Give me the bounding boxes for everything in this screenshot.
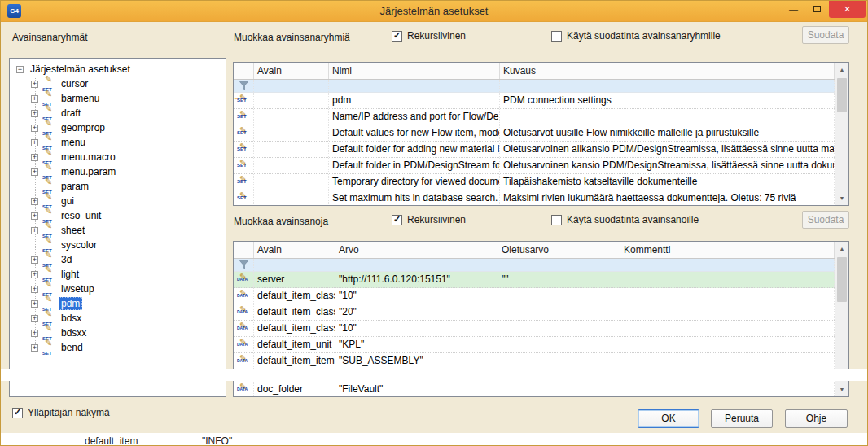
use-filter-keywords-checkbox[interactable]: Käytä suodatinta avainsanoille	[551, 214, 699, 225]
tree-expand-toggle-icon[interactable]: +	[31, 110, 38, 117]
maximize-button[interactable]	[805, 1, 829, 18]
tree-expand-toggle-icon[interactable]: +	[31, 198, 38, 205]
tree-item[interactable]: + ✎ SET pdm	[10, 296, 226, 311]
scroll-down-icon[interactable]: ▼	[835, 191, 848, 205]
group-table-row[interactable]: ← ✎ SET Name/IP address and port for Flo…	[234, 109, 835, 125]
keyword-table-row[interactable]: ✎ DATA doc_folder "FileVault"	[234, 382, 835, 397]
tree-expand-toggle-icon[interactable]: −	[16, 66, 24, 73]
cancel-button[interactable]: Peruuta	[711, 409, 773, 428]
tree-expand-toggle-icon[interactable]: +	[31, 168, 38, 176]
tree-item-label[interactable]: gui	[59, 195, 77, 208]
scroll-down-icon[interactable]: ▼	[835, 383, 848, 396]
group-table-row[interactable]: ← ✎ SET Default values for new Flow item…	[234, 125, 835, 142]
titlebar[interactable]: G4 Järjestelmän asetukset — ✕	[1, 1, 867, 22]
tree-item[interactable]: ✎ SET syscolor	[10, 238, 226, 252]
group-table-row[interactable]: ← ✎ SET pdm PDM connection settings	[234, 93, 835, 109]
tree-item[interactable]: ✎ SET param	[10, 179, 226, 194]
tree-item[interactable]: + ✎ SET lwsetup	[10, 282, 226, 296]
tree-item-label[interactable]: reso_unit	[59, 209, 103, 222]
admin-view-checkbox[interactable]: Ylläpitäjän näkymä	[12, 407, 110, 418]
group-table-row[interactable]: ← ✎ SET Default folder for adding new ma…	[234, 142, 835, 158]
tree-item[interactable]: + ✎ SET gui	[10, 194, 226, 208]
tree-expand-toggle-icon[interactable]: +	[31, 95, 38, 103]
tree-expand-toggle-icon[interactable]: +	[31, 300, 38, 308]
tree-item[interactable]: + ✎ SET geomprop	[10, 120, 226, 135]
tree-expand-toggle-icon[interactable]: +	[31, 125, 38, 132]
tree-item[interactable]: + ✎ SET bdsxx	[10, 326, 226, 340]
minimize-button[interactable]: —	[782, 1, 805, 18]
tree-expand-toggle-icon[interactable]: +	[31, 227, 38, 234]
tree-item-label[interactable]: pdm	[59, 297, 82, 310]
group-table-row[interactable]: ← ✎ SET Default folder in PDM/DesignStre…	[234, 158, 835, 174]
tree-item[interactable]: + ✎ SET bdsx	[10, 311, 226, 326]
tree-item[interactable]: + ✎ SET reso_unit	[10, 208, 226, 223]
tree-expand-toggle-icon[interactable]: +	[31, 330, 38, 337]
tree-item-label[interactable]: syscolor	[59, 238, 99, 251]
tree-item-label[interactable]: param	[59, 180, 91, 193]
keyword-table-row[interactable]: ✎ DATA default_item_item... "SUB_ASSEMBL…	[234, 353, 835, 369]
tree-expand-toggle-icon[interactable]: +	[31, 154, 38, 161]
tree-item-label[interactable]: sheet	[59, 224, 87, 237]
tree-item-label[interactable]: menu.param	[59, 165, 118, 178]
keyword-groups-tree[interactable]: − ✎ SET Järjestelmän asetukset + ✎ SET c…	[9, 58, 226, 397]
column-header-kommentti[interactable]: Kommentti	[620, 242, 835, 258]
tree-item-label[interactable]: 3d	[59, 253, 74, 266]
tree-item[interactable]: + ✎ SET menu.param	[10, 164, 226, 179]
tree-expand-toggle-icon[interactable]: +	[31, 315, 38, 322]
column-header-arvo[interactable]: Arvo	[335, 242, 498, 258]
tree-item[interactable]: + ✎ SET cursor	[10, 77, 226, 91]
scrollbar[interactable]: ▲ ▼	[835, 63, 848, 205]
tree-item-label[interactable]: cursor	[59, 77, 90, 90]
column-header-avain[interactable]: Avain	[254, 63, 329, 79]
tree-expand-toggle-icon[interactable]: +	[31, 271, 38, 278]
column-header-nimi[interactable]: Nimi	[329, 63, 500, 79]
tree-item-label[interactable]: menu	[59, 136, 88, 149]
keyword-table-row[interactable]: ✎ DATA default_item_class... "10"	[234, 288, 835, 304]
tree-item[interactable]: + ✎ SET sheet	[10, 223, 226, 238]
keyword-table-row[interactable]: ✎ DATA default_item_class... "20"	[234, 304, 835, 321]
tree-item-label[interactable]: bdsx	[59, 312, 84, 325]
recursive-keywords-checkbox[interactable]: Rekursiivinen	[392, 214, 466, 225]
help-button[interactable]: Ohje	[785, 409, 848, 428]
group-table-row[interactable]: ← ✎ SET Temporary directory for viewed d…	[234, 174, 835, 190]
tree-expand-toggle-icon[interactable]: +	[31, 286, 38, 293]
tree-item[interactable]: + ✎ SET bend	[10, 340, 226, 355]
tree-item-label[interactable]: bend	[59, 341, 85, 354]
tree-expand-toggle-icon[interactable]: +	[31, 344, 38, 352]
tree-item[interactable]: − ✎ SET Järjestelmän asetukset	[10, 62, 226, 77]
group-table-row[interactable]: ← ✎ SET Set maximum hits in database sea…	[234, 190, 835, 206]
tree-item-label[interactable]: geomprop	[59, 121, 107, 134]
column-header-kuvaus[interactable]: Kuvaus	[500, 63, 835, 79]
keyword-table-row[interactable]: ✎ DATA server "http://111.6.0.120:15151"…	[234, 272, 835, 288]
tree-item[interactable]: + ✎ SET draft	[10, 106, 226, 120]
tree-item-label[interactable]: draft	[59, 107, 83, 120]
tree-item[interactable]: + ✎ SET barmenu	[10, 91, 226, 106]
tree-expand-toggle-icon[interactable]	[31, 242, 38, 249]
scroll-up-icon[interactable]: ▲	[835, 63, 848, 77]
filter-row[interactable]	[234, 80, 835, 93]
tree-item[interactable]: + ✎ SET light	[10, 267, 226, 282]
tree-expand-toggle-icon[interactable]: +	[31, 139, 38, 146]
tree-expand-toggle-icon[interactable]: +	[31, 256, 38, 264]
tree-item[interactable]: + ✎ SET 3d	[10, 252, 226, 267]
tree-item[interactable]: + ✎ SET menu	[10, 135, 226, 150]
ok-button[interactable]: OK	[638, 409, 699, 428]
tree-item-label[interactable]: barmenu	[59, 92, 102, 105]
tree-expand-toggle-icon[interactable]: +	[31, 212, 38, 220]
column-header-avain[interactable]: Avain	[254, 242, 335, 258]
scroll-thumb[interactable]	[837, 78, 847, 112]
close-button[interactable]: ✕	[829, 1, 866, 18]
tree-item-label[interactable]: light	[59, 268, 81, 281]
tree-item-label[interactable]: menu.macro	[59, 151, 118, 164]
tree-item[interactable]: + ✎ SET menu.macro	[10, 150, 226, 164]
recursive-groups-checkbox[interactable]: Rekursiivinen	[392, 30, 466, 42]
scroll-thumb[interactable]	[837, 257, 847, 302]
tree-item-label[interactable]: Järjestelmän asetukset	[28, 63, 133, 76]
tree-item-label[interactable]: lwsetup	[59, 282, 97, 295]
keyword-table-row[interactable]: ✎ DATA default_item_unit "KPL"	[234, 337, 835, 353]
filter-groups-button[interactable]: Suodata	[802, 26, 849, 44]
tree-expand-toggle-icon[interactable]	[31, 183, 38, 190]
filter-keywords-button[interactable]: Suodata	[802, 211, 849, 229]
keyword-table-row[interactable]: ✎ DATA default_item_class... "10"	[234, 321, 835, 337]
column-header-oletusarvo[interactable]: Oletusarvo	[498, 242, 620, 258]
